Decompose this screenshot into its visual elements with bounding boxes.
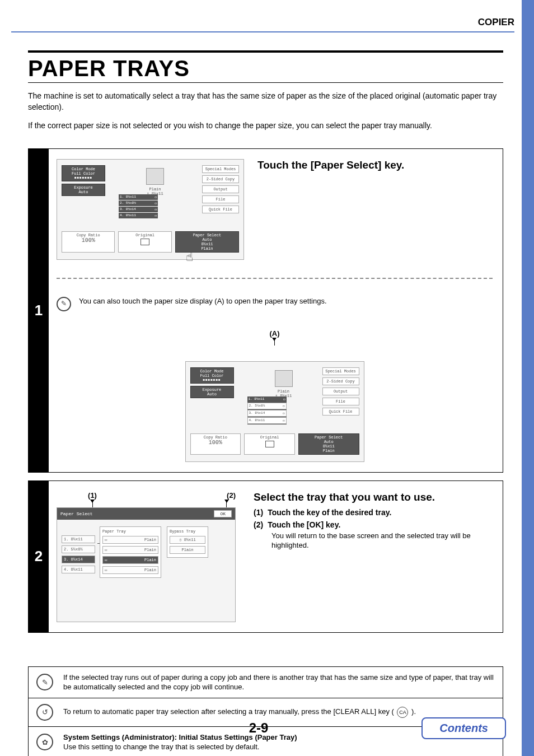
two-sided-copy-button[interactable]: 2-Sided Copy	[202, 175, 239, 183]
screen-center-info-2: Plain ▯ 8½x11	[253, 370, 315, 398]
two-sided-copy-button-2[interactable]: 2-Sided Copy	[322, 377, 359, 385]
tray-type-3[interactable]: ▭Plain	[102, 556, 158, 564]
printer-icon	[146, 168, 164, 185]
annot-1-label: (1)	[88, 491, 97, 500]
pencil-note-icon: ✎	[57, 297, 71, 311]
special-modes-button-2[interactable]: Special Modes	[322, 367, 359, 375]
info-block: ✎ If the selected tray runs out of paper…	[28, 666, 503, 756]
step2-sub1-text: Touch the key of the desired tray.	[268, 508, 391, 517]
original-icon-2	[265, 441, 274, 447]
paper-select-value2: 8½x11	[176, 242, 238, 246]
screen-tray-list-1: 1. 8½x11▭ 2. 5½x8½▭ 3. 8½x14▭ 4. 8½x11▭	[119, 194, 158, 219]
step2-sub2-detail: You will return to the base screen and t…	[271, 531, 493, 550]
exposure-value: Auto	[62, 190, 105, 194]
screen-center-info: Plain ▯ 8½x11	[124, 168, 186, 196]
output-button[interactable]: Output	[202, 185, 239, 193]
bypass-tray-heading: Bypass Tray	[170, 529, 205, 534]
step2-sub1-num: (1)	[254, 508, 263, 517]
step-2-box: 2 (1) (2) Paper Select OK	[28, 480, 503, 633]
step1-screen-bottom: Color Mode Full Color ■■■■■■■ Exposure A…	[185, 361, 364, 462]
screen-tray-list-2: 1. 8½x11▭ 2. 5½x8½▭ 3. 8½x14▭ 4. 8½x11▭	[247, 396, 287, 424]
copy-ratio-button-1[interactable]: Copy Ratio 100%	[62, 231, 115, 253]
center-paper-type: Plain	[124, 187, 186, 192]
copy-ratio-button-2[interactable]: Copy Ratio 100%	[190, 433, 241, 455]
annot-1-arrow	[92, 500, 93, 507]
original-label: Original	[119, 233, 171, 237]
title-rule-top	[28, 50, 503, 53]
intro-paragraph-2: If the correct paper size is not selecte…	[28, 120, 503, 132]
original-button-1[interactable]: Original	[118, 231, 171, 253]
color-mode-value: Full Color	[62, 171, 105, 176]
clear-all-icon: CA	[397, 707, 408, 718]
page-title: PAPER TRAYS	[28, 56, 503, 81]
quick-file-button[interactable]: Quick File	[202, 206, 239, 213]
exposure-button-1[interactable]: Exposure Auto	[62, 184, 105, 196]
step2-title: Select the tray that you want to use.	[254, 491, 493, 503]
tray-type-2[interactable]: ▭Plain	[102, 546, 158, 554]
color-mode-label: Color Mode	[62, 167, 105, 171]
tray-size-2[interactable]: 2. 5½x8½	[62, 545, 95, 553]
step1-title: Touch the [Paper Select] key.	[257, 159, 493, 171]
pencil-icon: ✎	[36, 674, 53, 690]
title-rule-bottom	[28, 82, 503, 83]
copy-ratio-value: 100%	[62, 237, 114, 244]
tray-type-4[interactable]: ▭Plain	[102, 566, 158, 574]
callout-a-arrow	[274, 338, 275, 346]
step1-note-text: You can also touch the paper size displa…	[79, 297, 327, 306]
step2-sub2-text: Touch the [OK] key.	[268, 520, 340, 529]
color-mode-button-2[interactable]: Color Mode Full Color ■■■■■■■	[190, 367, 234, 384]
paper-select-value3: Plain	[176, 246, 238, 251]
color-mode-button[interactable]: Color Mode Full Color ■■■■■■■	[62, 165, 105, 181]
file-button-2[interactable]: File	[322, 398, 359, 405]
info-note-3-body: Use this setting to change the tray that…	[63, 743, 259, 751]
header-section: COPIER	[11, 17, 514, 32]
contents-button[interactable]: Contents	[421, 717, 506, 739]
step2-annotation-row: (1) (2)	[57, 491, 242, 507]
step-2-number: 2	[29, 481, 49, 632]
paper-select-value1: Auto	[176, 237, 238, 242]
tray-size-1[interactable]: 1. 8½x11	[62, 535, 95, 543]
annot-2-arrow	[226, 500, 227, 507]
paper-select-label: Paper Select	[176, 233, 238, 237]
right-accent-stripe	[522, 0, 534, 756]
file-button[interactable]: File	[202, 195, 239, 203]
step-1-number: 1	[29, 149, 49, 472]
callout-a-label: (A)	[269, 329, 279, 338]
step2-sub2-num: (2)	[254, 520, 263, 529]
ps-title: Paper Select	[60, 511, 93, 516]
step1-screen-top: Color Mode Full Color ■■■■■■■ Exposure A…	[57, 159, 244, 260]
quick-file-button-2[interactable]: Quick File	[322, 408, 359, 416]
tray-size-4[interactable]: 4. 8½x11	[62, 566, 95, 573]
original-button-2[interactable]: Original	[244, 433, 295, 455]
bypass-size[interactable]: ▯ 8½x11	[170, 536, 205, 544]
step1-dashed-separator	[57, 278, 493, 279]
step-1-box: 1 Color Mode Full Color ■■■■■■■ Exposure…	[28, 148, 503, 473]
output-button-2[interactable]: Output	[322, 388, 359, 395]
paper-select-button-2[interactable]: Paper Select Auto 8½x11 Plain	[298, 433, 359, 455]
touch-finger-icon: ☝	[186, 250, 193, 265]
gear-icon: ✿	[36, 734, 53, 750]
exposure-label: Exposure	[62, 185, 105, 190]
bypass-type[interactable]: Plain	[170, 546, 205, 554]
step2-screen: Paper Select OK 1. 8½x11 2. 5½x8½ 3. 8½x…	[57, 507, 236, 622]
paper-tray-heading: Paper Tray	[102, 529, 158, 534]
intro-paragraph-1: The machine is set to automatically sele…	[28, 91, 503, 113]
special-modes-button[interactable]: Special Modes	[202, 165, 239, 173]
ok-button[interactable]: OK	[214, 510, 232, 517]
info-note-1: If the selected tray runs out of paper d…	[63, 673, 495, 692]
original-icon	[140, 239, 149, 245]
printer-icon-2	[275, 370, 293, 387]
exposure-button-2[interactable]: Exposure Auto	[190, 386, 234, 398]
tray-type-1[interactable]: ▭Plain	[102, 536, 158, 544]
info-note-2: To return to automatic paper tray select…	[63, 707, 416, 718]
copy-ratio-label: Copy Ratio	[62, 233, 114, 237]
tray-size-3[interactable]: 3. 8½x14	[62, 556, 95, 563]
return-arrow-icon: ↺	[36, 704, 53, 721]
paper-select-button-1[interactable]: Paper Select Auto 8½x11 Plain	[175, 231, 239, 253]
annot-2-label: (2)	[227, 491, 236, 500]
